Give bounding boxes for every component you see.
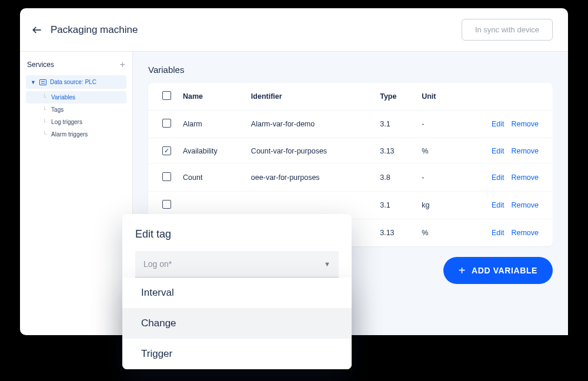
table-row: Countoee-var-for-purposes3.8-EditRemove	[148, 164, 553, 192]
cell-type: 3.13	[374, 219, 416, 247]
sidebar-item-label: Alarm triggers	[51, 131, 88, 138]
cell-unit: -	[416, 164, 454, 192]
sidebar-item-variables[interactable]: └Variables	[26, 91, 126, 103]
sidebar-item-tags[interactable]: └Tags	[26, 103, 126, 116]
sidebar-item-log-triggers[interactable]: └Log triggers	[26, 116, 126, 128]
add-variable-button[interactable]: + ADD VARIABLE	[443, 257, 553, 284]
sync-status-button[interactable]: In sync with device	[462, 19, 553, 41]
chevron-down-icon: ▼	[324, 260, 330, 268]
column-header-actions	[454, 83, 553, 111]
sidebar-item-alarm-triggers[interactable]: └Alarm triggers	[26, 128, 126, 141]
cell-type: 3.1	[374, 111, 416, 138]
sidebar-heading: Services	[27, 61, 54, 69]
cell-name: Count	[177, 164, 245, 192]
edit-link[interactable]: Edit	[492, 120, 505, 128]
add-variable-label: ADD VARIABLE	[472, 266, 537, 275]
dropdown-option-trigger[interactable]: Trigger	[122, 339, 352, 369]
column-header-identifier: Identifier	[245, 83, 374, 111]
log-on-dropdown: IntervalChangeTrigger	[122, 278, 352, 369]
add-service-icon[interactable]: +	[120, 60, 125, 69]
edit-link[interactable]: Edit	[492, 229, 505, 237]
tree-branch-icon: └	[42, 94, 46, 101]
cell-unit: %	[416, 138, 454, 164]
page-title: Packaging machine	[51, 24, 138, 36]
app-window: Packaging machine In sync with device Se…	[20, 8, 568, 335]
sidebar-heading-row: Services +	[26, 60, 126, 75]
section-title: Variables	[148, 65, 553, 75]
cell-name: Availability	[177, 138, 245, 164]
data-source-icon	[39, 79, 46, 85]
remove-link[interactable]: Remove	[511, 147, 539, 155]
plus-icon: +	[459, 265, 466, 276]
remove-link[interactable]: Remove	[511, 173, 539, 182]
sidebar-children: └Variables└Tags└Log triggers└Alarm trigg…	[26, 91, 126, 141]
edit-link[interactable]: Edit	[492, 147, 505, 155]
dropdown-option-change[interactable]: Change	[122, 308, 352, 339]
cell-type: 3.1	[374, 192, 416, 219]
tree-branch-icon: └	[42, 131, 46, 138]
sidebar-item-label: Variables	[51, 94, 75, 101]
select-label: Log on*	[143, 259, 172, 269]
sidebar-item-label: Tags	[51, 106, 64, 113]
tree-branch-icon: └	[42, 119, 46, 125]
log-on-select[interactable]: Log on* ▼	[135, 251, 339, 278]
edit-link[interactable]: Edit	[492, 201, 505, 209]
cell-type: 3.13	[374, 138, 416, 164]
dropdown-option-interval[interactable]: Interval	[122, 278, 352, 308]
header-bar: Packaging machine In sync with device	[20, 8, 568, 52]
row-checkbox[interactable]	[162, 200, 171, 209]
row-checkbox[interactable]	[162, 172, 171, 181]
cell-identifier: Alarm-var-for-demo	[245, 111, 374, 138]
remove-link[interactable]: Remove	[511, 120, 539, 128]
column-header-unit: Unit	[416, 83, 454, 111]
remove-link[interactable]: Remove	[511, 201, 539, 209]
cell-identifier: oee-var-for-purposes	[245, 164, 374, 192]
back-arrow-icon[interactable]	[31, 24, 44, 36]
column-header-checkbox[interactable]	[148, 83, 177, 111]
column-header-type: Type	[374, 83, 416, 111]
cell-identifier: Count-var-for-purposes	[245, 138, 374, 164]
sidebar-node-data-source[interactable]: ▼ Data source: PLC	[26, 75, 126, 89]
table-row: AvailabilityCount-var-for-purposes3.13%E…	[148, 138, 553, 164]
caret-down-icon: ▼	[31, 79, 36, 85]
tree-branch-icon: └	[42, 106, 46, 113]
remove-link[interactable]: Remove	[511, 229, 539, 237]
sidebar-node-label: Data source: PLC	[50, 79, 96, 85]
cell-name: Alarm	[177, 111, 245, 138]
sidebar: Services + ▼ Data source: PLC └Variables…	[20, 52, 133, 335]
table-row: AlarmAlarm-var-for-demo3.1-EditRemove	[148, 111, 553, 138]
row-checkbox[interactable]	[162, 146, 171, 155]
column-header-name: Name	[177, 83, 245, 111]
sidebar-item-label: Log triggers	[51, 119, 82, 125]
header-left: Packaging machine	[31, 24, 138, 36]
cell-unit: kg	[416, 192, 454, 219]
cell-unit: -	[416, 111, 454, 138]
row-checkbox[interactable]	[162, 119, 171, 128]
cell-type: 3.8	[374, 164, 416, 192]
edit-link[interactable]: Edit	[492, 173, 505, 182]
edit-tag-popover: Edit tag Log on* ▼ IntervalChangeTrigger	[122, 214, 352, 369]
popover-title: Edit tag	[135, 228, 339, 240]
cell-unit: %	[416, 219, 454, 247]
